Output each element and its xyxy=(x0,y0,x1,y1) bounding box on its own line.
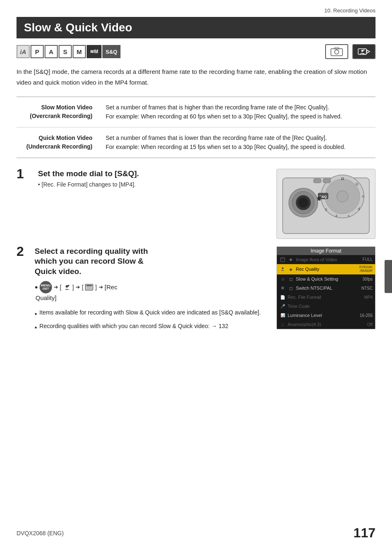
menu-item-rec-quality[interactable]: ◈ Rec Quality FHD/4K/8M60P xyxy=(277,264,375,275)
svg-text:Ω: Ω xyxy=(356,182,359,186)
menu-item-value: MP4 xyxy=(364,295,373,300)
bullet-list: • Items available for recording with Slo… xyxy=(35,308,268,333)
step-1-left: Set the mode dial to [S&Q]. • [Rec. File… xyxy=(38,169,268,188)
svg-point-24 xyxy=(298,198,308,208)
menu-item-label: Image Area of Video xyxy=(296,257,361,262)
svg-rect-25 xyxy=(314,179,321,183)
menu-item-label: Anamorphic(4:3) xyxy=(288,322,366,327)
mode-s: S xyxy=(59,45,72,58)
mode-m: M xyxy=(73,45,86,58)
bullet-item-2: • Recording qualities with which you can… xyxy=(35,321,268,333)
menu-item-value: 30fps xyxy=(363,277,373,281)
video-mode-icon xyxy=(352,44,375,59)
svg-text:S&Q: S&Q xyxy=(319,195,326,199)
right-icons xyxy=(325,44,375,59)
menu-item: ◈ Image Area of Video FULL xyxy=(277,255,375,264)
bullet-item-1: • Items available for recording with Slo… xyxy=(35,308,268,319)
step-2-number: 2 xyxy=(17,245,31,258)
mode-em: ≋M xyxy=(87,45,102,58)
menu-icon: ⚙ xyxy=(279,285,286,291)
step-2-heading: Select a recording quality with which yo… xyxy=(35,246,268,277)
svg-point-5 xyxy=(361,50,364,52)
table-row: Slow Motion Video (Overcrank Recording) … xyxy=(17,97,375,128)
step-2: 2 Select a recording quality with which … xyxy=(17,246,375,336)
menu-item-label: Switch NTSC/PAL xyxy=(296,286,360,291)
svg-rect-26 xyxy=(323,179,331,183)
menu-item: ☆ ◻ Slow & Quick Setting 30fps xyxy=(277,274,375,284)
menu-icon: 📄 xyxy=(279,294,286,300)
menu-item-label: Rec. File Format xyxy=(288,295,362,300)
svg-point-1 xyxy=(335,50,339,54)
table-content-slow: Set a number of frames that is higher th… xyxy=(99,97,375,127)
menu-item-label: Slow & Quick Setting xyxy=(296,276,361,281)
footer-page: 117 xyxy=(354,525,375,541)
menu-sub-icon: ◈ xyxy=(288,266,294,272)
breadcrumb: 10. Recording Videos xyxy=(0,0,392,14)
table-content-quick: Set a number of frames that is lower tha… xyxy=(99,128,375,158)
footer: DVQX2068 (ENG) 117 xyxy=(0,525,392,541)
menu-sub-icon: ◻ xyxy=(288,285,294,291)
menu-icon: ◻ xyxy=(279,321,286,328)
menu-icon: 📊 xyxy=(279,312,286,319)
menu-item-label: Time Code xyxy=(288,304,371,309)
page-container: 10. Recording Videos Slow & Quick Video … xyxy=(0,0,392,553)
nav-instruction: ● MENU /SET ➜ [ xyxy=(35,281,268,293)
svg-text:d: d xyxy=(358,207,360,211)
info-table: Slow Motion Video (Overcrank Recording) … xyxy=(17,97,375,158)
svg-text:S: S xyxy=(325,208,327,212)
menu-item: 📄 Rec. File Format MP4 xyxy=(277,293,375,302)
right-tab xyxy=(385,260,392,293)
menu-item-label-rec: Rec Quality xyxy=(296,267,358,272)
page-title: Slow & Quick Video xyxy=(24,21,368,34)
table-label-quick: Quick Motion Video (Undercrank Recording… xyxy=(17,128,99,158)
svg-point-35 xyxy=(282,267,283,269)
breadcrumb-text: 10. Recording Videos xyxy=(324,7,375,14)
svg-rect-33 xyxy=(281,258,285,262)
svg-text:Ω: Ω xyxy=(341,177,344,181)
dial-image: Ω Ω A d s 4 S S&Q S&Q xyxy=(276,169,375,239)
title-banner: Slow & Quick Video xyxy=(17,17,375,38)
svg-rect-30 xyxy=(86,285,92,286)
mode-sq: S&Q xyxy=(102,45,120,58)
step-1-number: 1 xyxy=(17,167,31,180)
step-1-subtext: • [Rec. File Format] changes to [MP4]. xyxy=(38,181,268,188)
svg-rect-32 xyxy=(86,288,92,289)
mode-row: iA P A S M ≋M S&Q xyxy=(17,44,375,59)
svg-rect-31 xyxy=(86,287,92,288)
svg-text:A: A xyxy=(362,194,364,199)
menu-icon: ☆ xyxy=(279,276,286,282)
menu-item: 🎤 Time Code xyxy=(277,302,375,311)
table-row: Quick Motion Video (Undercrank Recording… xyxy=(17,128,375,158)
menu-icon xyxy=(279,256,286,263)
table-label-slow: Slow Motion Video (Overcrank Recording) xyxy=(17,97,99,127)
menu-item-value: 16-255 xyxy=(360,313,373,318)
menu-item-value: NTSC xyxy=(361,286,373,291)
svg-marker-4 xyxy=(367,50,370,53)
description-text: In the [S&Q] mode, the camera records at… xyxy=(17,66,375,87)
step-1-heading: Set the mode dial to [S&Q]. xyxy=(38,169,268,179)
menu-sub-icon: ◈ xyxy=(288,256,294,263)
menu-item-value: FULL xyxy=(363,257,373,262)
step-1: 1 Set the mode dial to [S&Q]. • [Rec. Fi… xyxy=(17,169,375,239)
steps-area: 1 Set the mode dial to [S&Q]. • [Rec. Fi… xyxy=(17,169,375,336)
mode-p: P xyxy=(31,45,44,58)
mode-icons: iA P A S M ≋M S&Q xyxy=(17,45,121,58)
mode-a: A xyxy=(45,45,58,58)
svg-text:4: 4 xyxy=(335,214,337,218)
photo-mode-icon xyxy=(325,44,348,59)
menu-sub-icon: ◻ xyxy=(288,276,294,282)
footer-model: DVQX2068 (ENG) xyxy=(17,530,64,536)
menu-panel: Image Format ◈ Image Area of Video FULL xyxy=(276,246,375,330)
menu-item-value: Off xyxy=(367,322,373,327)
svg-point-6 xyxy=(364,50,365,51)
menu-item-label: Luminance Level xyxy=(288,313,358,318)
mode-ia: iA xyxy=(17,45,30,58)
svg-rect-2 xyxy=(335,47,339,49)
svg-point-28 xyxy=(68,285,69,286)
menu-title: Image Format xyxy=(277,247,375,255)
step-2-left: Select a recording quality with which yo… xyxy=(35,246,268,336)
menu-icon xyxy=(279,266,286,272)
menu-button-icon: MENU /SET xyxy=(40,281,52,293)
step-2-menu-image: Image Format ◈ Image Area of Video FULL xyxy=(276,246,375,330)
svg-text:s: s xyxy=(348,214,350,218)
